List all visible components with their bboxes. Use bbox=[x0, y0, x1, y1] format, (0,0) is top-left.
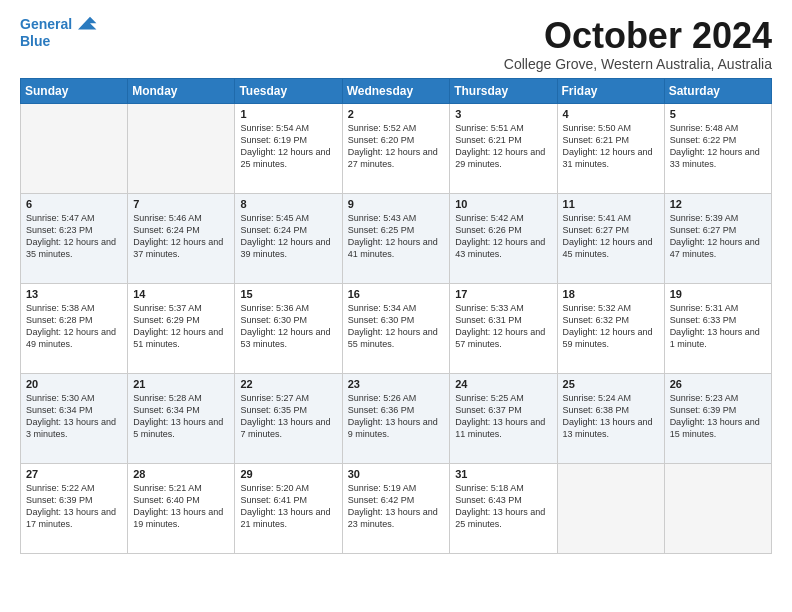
table-row: 5Sunrise: 5:48 AM Sunset: 6:22 PM Daylig… bbox=[664, 103, 771, 193]
col-sunday: Sunday bbox=[21, 78, 128, 103]
table-row bbox=[128, 103, 235, 193]
day-number: 3 bbox=[455, 108, 551, 120]
day-info: Sunrise: 5:22 AM Sunset: 6:39 PM Dayligh… bbox=[26, 482, 122, 531]
calendar-week-row: 27Sunrise: 5:22 AM Sunset: 6:39 PM Dayli… bbox=[21, 463, 772, 553]
day-number: 9 bbox=[348, 198, 445, 210]
day-number: 24 bbox=[455, 378, 551, 390]
day-number: 18 bbox=[563, 288, 659, 300]
header: General Blue October 2024 College Grove,… bbox=[20, 16, 772, 72]
day-number: 7 bbox=[133, 198, 229, 210]
day-info: Sunrise: 5:19 AM Sunset: 6:42 PM Dayligh… bbox=[348, 482, 445, 531]
table-row: 18Sunrise: 5:32 AM Sunset: 6:32 PM Dayli… bbox=[557, 283, 664, 373]
table-row: 24Sunrise: 5:25 AM Sunset: 6:37 PM Dayli… bbox=[450, 373, 557, 463]
day-info: Sunrise: 5:24 AM Sunset: 6:38 PM Dayligh… bbox=[563, 392, 659, 441]
day-number: 1 bbox=[240, 108, 336, 120]
day-number: 19 bbox=[670, 288, 766, 300]
day-number: 16 bbox=[348, 288, 445, 300]
day-number: 21 bbox=[133, 378, 229, 390]
day-info: Sunrise: 5:33 AM Sunset: 6:31 PM Dayligh… bbox=[455, 302, 551, 351]
day-info: Sunrise: 5:38 AM Sunset: 6:28 PM Dayligh… bbox=[26, 302, 122, 351]
day-number: 22 bbox=[240, 378, 336, 390]
logo-text-general: General bbox=[20, 17, 72, 32]
day-number: 23 bbox=[348, 378, 445, 390]
day-info: Sunrise: 5:43 AM Sunset: 6:25 PM Dayligh… bbox=[348, 212, 445, 261]
col-wednesday: Wednesday bbox=[342, 78, 450, 103]
day-number: 5 bbox=[670, 108, 766, 120]
day-info: Sunrise: 5:26 AM Sunset: 6:36 PM Dayligh… bbox=[348, 392, 445, 441]
day-info: Sunrise: 5:47 AM Sunset: 6:23 PM Dayligh… bbox=[26, 212, 122, 261]
table-row: 13Sunrise: 5:38 AM Sunset: 6:28 PM Dayli… bbox=[21, 283, 128, 373]
table-row: 7Sunrise: 5:46 AM Sunset: 6:24 PM Daylig… bbox=[128, 193, 235, 283]
table-row bbox=[557, 463, 664, 553]
title-area: October 2024 College Grove, Western Aust… bbox=[504, 16, 772, 72]
subtitle: College Grove, Western Australia, Austra… bbox=[504, 56, 772, 72]
table-row: 8Sunrise: 5:45 AM Sunset: 6:24 PM Daylig… bbox=[235, 193, 342, 283]
day-number: 30 bbox=[348, 468, 445, 480]
col-thursday: Thursday bbox=[450, 78, 557, 103]
day-number: 28 bbox=[133, 468, 229, 480]
day-info: Sunrise: 5:25 AM Sunset: 6:37 PM Dayligh… bbox=[455, 392, 551, 441]
col-tuesday: Tuesday bbox=[235, 78, 342, 103]
day-info: Sunrise: 5:50 AM Sunset: 6:21 PM Dayligh… bbox=[563, 122, 659, 171]
day-info: Sunrise: 5:32 AM Sunset: 6:32 PM Dayligh… bbox=[563, 302, 659, 351]
day-number: 17 bbox=[455, 288, 551, 300]
day-number: 26 bbox=[670, 378, 766, 390]
day-number: 2 bbox=[348, 108, 445, 120]
calendar-week-row: 13Sunrise: 5:38 AM Sunset: 6:28 PM Dayli… bbox=[21, 283, 772, 373]
col-saturday: Saturday bbox=[664, 78, 771, 103]
table-row: 14Sunrise: 5:37 AM Sunset: 6:29 PM Dayli… bbox=[128, 283, 235, 373]
day-number: 20 bbox=[26, 378, 122, 390]
day-number: 10 bbox=[455, 198, 551, 210]
table-row: 21Sunrise: 5:28 AM Sunset: 6:34 PM Dayli… bbox=[128, 373, 235, 463]
table-row: 12Sunrise: 5:39 AM Sunset: 6:27 PM Dayli… bbox=[664, 193, 771, 283]
table-row: 2Sunrise: 5:52 AM Sunset: 6:20 PM Daylig… bbox=[342, 103, 450, 193]
page: General Blue October 2024 College Grove,… bbox=[0, 0, 792, 564]
day-info: Sunrise: 5:42 AM Sunset: 6:26 PM Dayligh… bbox=[455, 212, 551, 261]
day-info: Sunrise: 5:51 AM Sunset: 6:21 PM Dayligh… bbox=[455, 122, 551, 171]
table-row: 4Sunrise: 5:50 AM Sunset: 6:21 PM Daylig… bbox=[557, 103, 664, 193]
table-row: 3Sunrise: 5:51 AM Sunset: 6:21 PM Daylig… bbox=[450, 103, 557, 193]
day-number: 13 bbox=[26, 288, 122, 300]
day-number: 15 bbox=[240, 288, 336, 300]
table-row: 1Sunrise: 5:54 AM Sunset: 6:19 PM Daylig… bbox=[235, 103, 342, 193]
day-info: Sunrise: 5:28 AM Sunset: 6:34 PM Dayligh… bbox=[133, 392, 229, 441]
table-row: 27Sunrise: 5:22 AM Sunset: 6:39 PM Dayli… bbox=[21, 463, 128, 553]
table-row: 16Sunrise: 5:34 AM Sunset: 6:30 PM Dayli… bbox=[342, 283, 450, 373]
calendar-week-row: 20Sunrise: 5:30 AM Sunset: 6:34 PM Dayli… bbox=[21, 373, 772, 463]
table-row: 15Sunrise: 5:36 AM Sunset: 6:30 PM Dayli… bbox=[235, 283, 342, 373]
day-info: Sunrise: 5:37 AM Sunset: 6:29 PM Dayligh… bbox=[133, 302, 229, 351]
table-row: 10Sunrise: 5:42 AM Sunset: 6:26 PM Dayli… bbox=[450, 193, 557, 283]
table-row: 22Sunrise: 5:27 AM Sunset: 6:35 PM Dayli… bbox=[235, 373, 342, 463]
table-row: 11Sunrise: 5:41 AM Sunset: 6:27 PM Dayli… bbox=[557, 193, 664, 283]
table-row: 25Sunrise: 5:24 AM Sunset: 6:38 PM Dayli… bbox=[557, 373, 664, 463]
table-row: 28Sunrise: 5:21 AM Sunset: 6:40 PM Dayli… bbox=[128, 463, 235, 553]
day-info: Sunrise: 5:48 AM Sunset: 6:22 PM Dayligh… bbox=[670, 122, 766, 171]
day-info: Sunrise: 5:34 AM Sunset: 6:30 PM Dayligh… bbox=[348, 302, 445, 351]
day-info: Sunrise: 5:41 AM Sunset: 6:27 PM Dayligh… bbox=[563, 212, 659, 261]
day-number: 12 bbox=[670, 198, 766, 210]
day-info: Sunrise: 5:20 AM Sunset: 6:41 PM Dayligh… bbox=[240, 482, 336, 531]
logo-text-blue: Blue bbox=[20, 34, 98, 49]
table-row: 26Sunrise: 5:23 AM Sunset: 6:39 PM Dayli… bbox=[664, 373, 771, 463]
table-row: 17Sunrise: 5:33 AM Sunset: 6:31 PM Dayli… bbox=[450, 283, 557, 373]
day-info: Sunrise: 5:36 AM Sunset: 6:30 PM Dayligh… bbox=[240, 302, 336, 351]
logo: General Blue bbox=[20, 16, 98, 49]
table-row: 29Sunrise: 5:20 AM Sunset: 6:41 PM Dayli… bbox=[235, 463, 342, 553]
day-info: Sunrise: 5:23 AM Sunset: 6:39 PM Dayligh… bbox=[670, 392, 766, 441]
table-row: 6Sunrise: 5:47 AM Sunset: 6:23 PM Daylig… bbox=[21, 193, 128, 283]
calendar: Sunday Monday Tuesday Wednesday Thursday… bbox=[20, 78, 772, 554]
day-info: Sunrise: 5:27 AM Sunset: 6:35 PM Dayligh… bbox=[240, 392, 336, 441]
day-info: Sunrise: 5:54 AM Sunset: 6:19 PM Dayligh… bbox=[240, 122, 336, 171]
table-row: 20Sunrise: 5:30 AM Sunset: 6:34 PM Dayli… bbox=[21, 373, 128, 463]
day-number: 4 bbox=[563, 108, 659, 120]
table-row: 23Sunrise: 5:26 AM Sunset: 6:36 PM Dayli… bbox=[342, 373, 450, 463]
day-info: Sunrise: 5:45 AM Sunset: 6:24 PM Dayligh… bbox=[240, 212, 336, 261]
day-number: 27 bbox=[26, 468, 122, 480]
table-row: 31Sunrise: 5:18 AM Sunset: 6:43 PM Dayli… bbox=[450, 463, 557, 553]
day-info: Sunrise: 5:31 AM Sunset: 6:33 PM Dayligh… bbox=[670, 302, 766, 351]
table-row: 9Sunrise: 5:43 AM Sunset: 6:25 PM Daylig… bbox=[342, 193, 450, 283]
day-number: 31 bbox=[455, 468, 551, 480]
logo-icon bbox=[74, 14, 98, 34]
calendar-week-row: 1Sunrise: 5:54 AM Sunset: 6:19 PM Daylig… bbox=[21, 103, 772, 193]
day-info: Sunrise: 5:39 AM Sunset: 6:27 PM Dayligh… bbox=[670, 212, 766, 261]
